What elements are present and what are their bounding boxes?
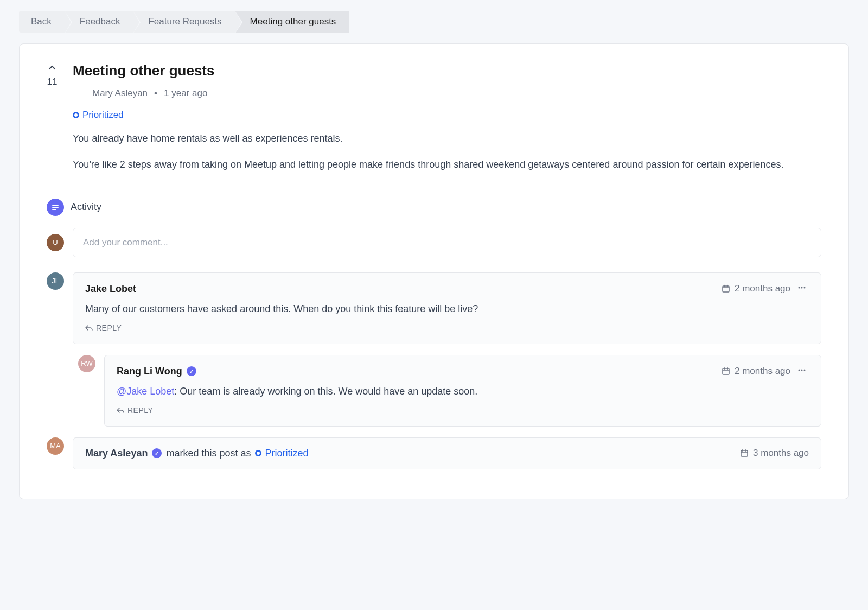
event-card: Mary Asleyan marked this post as Priorit… bbox=[73, 437, 821, 469]
verified-badge-icon bbox=[187, 366, 196, 376]
activity-header: Activity bbox=[47, 199, 821, 216]
meta-separator: • bbox=[154, 88, 157, 99]
comment-menu-button[interactable] bbox=[795, 283, 809, 295]
event-avatar: MA bbox=[47, 437, 64, 455]
comment-text: @Jake Lobet: Our team is already working… bbox=[117, 384, 809, 399]
divider bbox=[108, 207, 821, 207]
activity-event: MA Mary Asleyan marked this post as Prio… bbox=[47, 437, 821, 469]
activity-icon bbox=[47, 199, 64, 216]
event-text: Mary Asleyan marked this post as Priorit… bbox=[85, 448, 309, 459]
post-card: 11 Meeting other guests MA Mary Asleyan … bbox=[19, 43, 849, 499]
comment-meta: 2 months ago bbox=[722, 283, 809, 295]
comment-card: Rang Li Wong 2 months ago @Jake Lobet: O… bbox=[104, 355, 821, 427]
chevron-up-icon bbox=[47, 62, 58, 73]
mention[interactable]: @Jake Lobet bbox=[117, 386, 174, 397]
status-badge: Prioritized bbox=[73, 110, 124, 120]
breadcrumb: Back Feedback Feature Requests Meeting o… bbox=[19, 11, 849, 33]
author-name: Mary Asleyan bbox=[92, 88, 148, 99]
dots-icon bbox=[797, 365, 807, 375]
activity-label: Activity bbox=[71, 201, 101, 213]
calendar-icon bbox=[740, 449, 749, 458]
svg-point-5 bbox=[801, 287, 803, 288]
current-user-avatar: U bbox=[47, 234, 64, 251]
svg-rect-0 bbox=[52, 205, 59, 206]
event-time: 3 months ago bbox=[753, 448, 809, 459]
post-title: Meeting other guests bbox=[73, 62, 821, 79]
author-avatar: MA bbox=[73, 87, 86, 100]
upvote-button[interactable] bbox=[47, 62, 58, 75]
verified-badge-icon bbox=[152, 448, 162, 458]
svg-point-10 bbox=[804, 369, 806, 371]
comment-time: 2 months ago bbox=[735, 366, 790, 377]
svg-point-8 bbox=[799, 369, 800, 371]
svg-rect-2 bbox=[52, 209, 56, 210]
svg-rect-1 bbox=[52, 207, 59, 208]
svg-point-6 bbox=[804, 287, 806, 288]
svg-point-4 bbox=[799, 287, 800, 288]
comment-text: Many of our customers have asked around … bbox=[85, 302, 809, 317]
comment-author: Jake Lobet bbox=[85, 283, 136, 295]
dots-icon bbox=[797, 283, 807, 293]
comment-reply: RW Rang Li Wong 2 months ago bbox=[78, 355, 821, 427]
reply-button[interactable]: REPLY bbox=[117, 406, 153, 415]
comment-author: Rang Li Wong bbox=[117, 366, 196, 377]
event-meta: 3 months ago bbox=[740, 448, 809, 459]
reply-icon bbox=[117, 406, 124, 414]
svg-rect-11 bbox=[741, 450, 748, 456]
comment-avatar: JL bbox=[47, 272, 64, 290]
reply-icon bbox=[85, 324, 93, 332]
post-body: You already have home rentals as well as… bbox=[73, 131, 821, 173]
post-paragraph: You're like 2 steps away from taking on … bbox=[73, 157, 821, 173]
svg-rect-3 bbox=[723, 286, 729, 292]
status-label: Prioritized bbox=[82, 110, 124, 120]
comment-menu-button[interactable] bbox=[795, 365, 809, 378]
vote-widget: 11 bbox=[47, 62, 58, 183]
post-meta: MA Mary Asleyan • 1 year ago bbox=[73, 87, 821, 100]
breadcrumb-feature-requests[interactable]: Feature Requests bbox=[133, 11, 234, 33]
status-dot-icon bbox=[73, 112, 79, 118]
svg-point-9 bbox=[801, 369, 803, 371]
breadcrumb-back[interactable]: Back bbox=[19, 11, 65, 33]
breadcrumb-feedback[interactable]: Feedback bbox=[65, 11, 133, 33]
comment: JL Jake Lobet 2 months ago Many of our c… bbox=[47, 272, 821, 344]
vote-count: 11 bbox=[47, 77, 58, 87]
comment-avatar: RW bbox=[78, 355, 95, 372]
comment-time: 2 months ago bbox=[735, 283, 790, 294]
post-time: 1 year ago bbox=[164, 88, 207, 99]
comment-card: Jake Lobet 2 months ago Many of our cust… bbox=[73, 272, 821, 344]
calendar-icon bbox=[722, 367, 730, 376]
comment-input[interactable] bbox=[73, 228, 821, 257]
comment-input-row: U bbox=[47, 228, 821, 257]
svg-rect-7 bbox=[723, 368, 729, 374]
status-dot-icon bbox=[255, 450, 261, 456]
event-status: Prioritized bbox=[255, 448, 308, 459]
reply-button[interactable]: REPLY bbox=[85, 323, 122, 332]
breadcrumb-current: Meeting other guests bbox=[235, 11, 349, 33]
post-paragraph: You already have home rentals as well as… bbox=[73, 131, 821, 147]
comment-meta: 2 months ago bbox=[722, 365, 809, 378]
calendar-icon bbox=[722, 284, 730, 293]
